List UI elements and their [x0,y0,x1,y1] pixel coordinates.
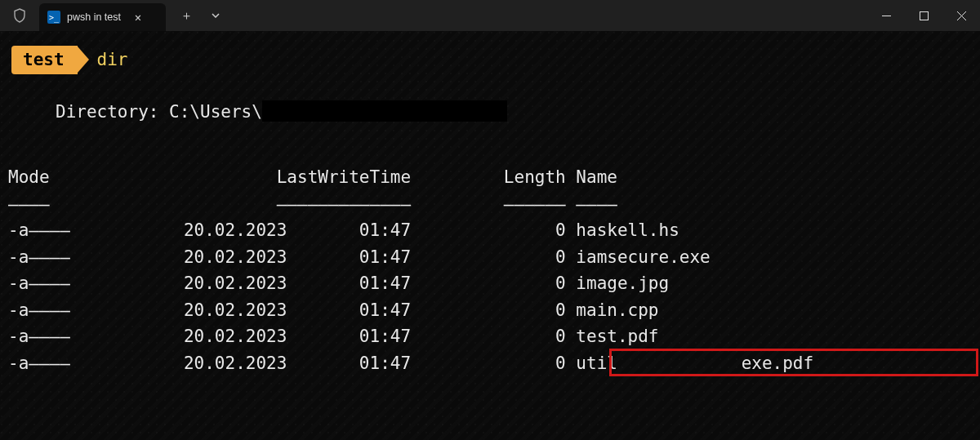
titlebar-drag-area[interactable] [228,0,867,31]
new-tab-button[interactable]: ＋ [174,3,198,28]
active-tab[interactable]: >_ pwsh in test ✕ [39,3,166,31]
table-row: -a———— 20.02.2023 01:47 0 main.cpp [8,297,973,324]
highlight-box [609,349,978,376]
table-row: -a———— 20.02.2023 01:47 0 haskell.hs [8,217,973,244]
table-row: -a———— 20.02.2023 01:47 0 image.jpg [8,270,973,297]
shield-icon [0,0,39,31]
close-tab-button[interactable]: ✕ [131,11,145,24]
command-text: dir [97,47,128,73]
redacted-block [262,100,507,122]
titlebar: >_ pwsh in test ✕ ＋ [0,0,980,31]
table-row: -a———— 20.02.2023 01:47 0 iamsecure.exe [8,244,973,271]
table-header: Mode LastWriteTime Length Name [8,164,973,191]
directory-listing: Mode LastWriteTime Length Name———— —————… [7,164,973,376]
tab-title: pwsh in test [67,11,121,23]
table-separator: ———— ————————————— —————— ———— [8,191,973,218]
pwsh-icon: >_ [47,11,60,24]
directory-line: Directory: C:\Users\ [7,99,973,126]
prompt-line: test dir [11,46,973,74]
directory-label: Directory: [56,102,169,122]
close-window-button[interactable] [942,0,980,31]
terminal-area[interactable]: test dir Directory: C:\Users\ Mode LastW… [0,31,980,440]
svg-rect-1 [920,11,928,20]
table-row: -a———— 20.02.2023 01:47 0 util exe.pdf [8,350,973,377]
prompt-badge: test [11,46,78,74]
prompt-arrow-icon [78,47,89,73]
directory-path: C:\Users\ [169,102,262,122]
maximize-button[interactable] [905,0,942,31]
table-row: -a———— 20.02.2023 01:47 0 test.pdf [8,323,973,350]
minimize-button[interactable] [867,0,905,31]
tab-dropdown-button[interactable] [203,3,228,28]
